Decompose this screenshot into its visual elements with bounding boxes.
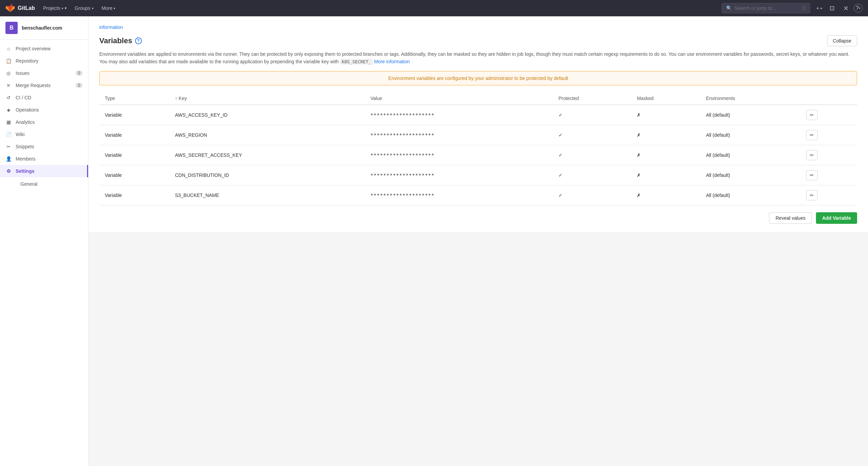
table-row: VariableCDN_DISTRIBUTION_ID*************… xyxy=(99,165,857,185)
cell-value: ******************** xyxy=(365,105,553,125)
col-header-protected: Protected xyxy=(553,92,632,105)
create-new-button[interactable]: ＋ ▾ xyxy=(813,3,824,14)
pencil-icon: ✏ xyxy=(810,172,814,178)
settings-sub-nav: General xyxy=(0,177,88,191)
main-content-area: information Variables ? Collapse Environ… xyxy=(88,16,868,466)
members-icon: 👤 xyxy=(5,156,12,162)
sidebar-item-settings-general[interactable]: General xyxy=(15,179,88,189)
sidebar-item-analytics[interactable]: ▦ Analytics xyxy=(0,116,88,128)
sidebar-item-repository[interactable]: 📋 Repository xyxy=(0,55,88,67)
cell-type: Variable xyxy=(99,125,169,145)
edit-variable-button[interactable]: ✏ xyxy=(806,110,818,120)
search-icon: 🔍 xyxy=(726,5,732,11)
more-information-top-link[interactable]: information xyxy=(99,24,857,30)
project-name: benschaufler.com xyxy=(22,25,62,31)
sidebar-item-operations[interactable]: ◈ Operations xyxy=(0,104,88,116)
more-information-link[interactable]: More information xyxy=(374,59,410,64)
sidebar-item-members[interactable]: 👤 Members xyxy=(0,153,88,165)
project-avatar: B xyxy=(5,22,18,34)
edit-variable-button[interactable]: ✏ xyxy=(806,170,818,180)
warning-banner: Environment variables are configured by … xyxy=(99,71,857,85)
variables-title: Variables ? xyxy=(99,36,142,45)
wiki-icon: 📄 xyxy=(5,132,12,137)
cell-protected: ✓ xyxy=(553,145,632,165)
cell-actions: ✏ xyxy=(801,125,857,145)
cell-actions: ✏ xyxy=(801,185,857,205)
table-row: VariableS3_BUCKET_NAME******************… xyxy=(99,185,857,205)
edit-variable-button[interactable]: ✏ xyxy=(806,130,818,140)
more-nav-link[interactable]: More ▾ xyxy=(99,4,118,12)
search-input[interactable] xyxy=(735,5,799,11)
sidebar-item-project-overview[interactable]: ⌂ Project overview xyxy=(0,43,88,55)
table-row: VariableAWS_SECRET_ACCESS_KEY***********… xyxy=(99,145,857,165)
search-slash-icon: / xyxy=(802,6,806,11)
gitlab-wordmark: GitLab xyxy=(18,5,35,11)
sidebar-item-issues[interactable]: ◎ Issues 0 xyxy=(0,67,88,79)
variables-table: Type ↑ Key Value Protected xyxy=(99,92,857,205)
gitlab-logo[interactable]: GitLab xyxy=(5,3,35,13)
home-icon: ⌂ xyxy=(5,46,12,51)
k8s-code: K8S_SECRET_ xyxy=(340,59,373,65)
search-bar[interactable]: 🔍 / xyxy=(722,3,810,13)
cell-key: S3_BUCKET_NAME xyxy=(169,185,365,205)
projects-chevron-icon: ▾ xyxy=(62,6,66,11)
col-header-type: Type xyxy=(99,92,169,105)
col-header-environments: Environments xyxy=(701,92,801,105)
todo-icon[interactable]: ⊡ xyxy=(827,3,837,14)
cell-key: CDN_DISTRIBUTION_ID xyxy=(169,165,365,185)
add-variable-button[interactable]: Add Variable xyxy=(816,212,857,224)
variables-header: Variables ? Collapse xyxy=(99,35,857,46)
sidebar-item-merge-requests[interactable]: ⤧ Merge Requests 0 xyxy=(0,79,88,91)
sidebar-item-snippets[interactable]: ✂ Snippets xyxy=(0,140,88,153)
merge-icon: ⤧ xyxy=(5,83,12,88)
cell-masked: ✗ xyxy=(631,125,700,145)
cell-masked: ✗ xyxy=(631,145,700,165)
projects-nav-link[interactable]: Projects ▾ xyxy=(40,4,69,12)
cell-value: ******************** xyxy=(365,125,553,145)
sidebar-item-wiki[interactable]: 📄 Wiki xyxy=(0,128,88,140)
col-header-masked: Masked xyxy=(631,92,700,105)
edit-variable-button[interactable]: ✏ xyxy=(806,190,818,200)
col-header-key[interactable]: ↑ Key xyxy=(169,92,365,105)
cell-value: ******************** xyxy=(365,185,553,205)
edit-variable-button[interactable]: ✏ xyxy=(806,150,818,160)
cell-type: Variable xyxy=(99,145,169,165)
variables-help-icon[interactable]: ? xyxy=(135,37,142,44)
pencil-icon: ✏ xyxy=(810,152,814,158)
pencil-icon: ✏ xyxy=(810,193,814,198)
cell-masked: ✗ xyxy=(631,185,700,205)
help-icon[interactable]: ? ▾ xyxy=(854,4,863,13)
issues-badge: 0 xyxy=(76,70,83,76)
cell-value: ******************** xyxy=(365,145,553,165)
project-header[interactable]: B benschaufler.com xyxy=(0,16,88,40)
book-icon: 📋 xyxy=(5,58,12,64)
cell-actions: ✏ xyxy=(801,165,857,185)
cicd-icon: ↺ xyxy=(5,95,12,100)
groups-nav-link[interactable]: Groups ▾ xyxy=(72,4,96,12)
cell-environments: All (default) xyxy=(701,165,801,185)
merge-request-icon[interactable]: ⤨ xyxy=(840,3,851,14)
cell-environments: All (default) xyxy=(701,145,801,165)
cell-masked: ✗ xyxy=(631,105,700,125)
cell-environments: All (default) xyxy=(701,185,801,205)
pencil-icon: ✏ xyxy=(810,132,814,138)
cell-key: AWS_REGION xyxy=(169,125,365,145)
cell-protected: ✓ xyxy=(553,185,632,205)
sidebar-item-settings[interactable]: ⚙ Settings xyxy=(0,165,88,177)
cell-actions: ✏ xyxy=(801,105,857,125)
cell-protected: ✓ xyxy=(553,105,632,125)
issues-icon: ◎ xyxy=(5,70,12,76)
cell-environments: All (default) xyxy=(701,105,801,125)
cell-type: Variable xyxy=(99,105,169,125)
cell-masked: ✗ xyxy=(631,165,700,185)
snippet-icon: ✂ xyxy=(5,144,12,149)
collapse-button[interactable]: Collapse xyxy=(827,35,857,46)
sidebar-item-ci-cd[interactable]: ↺ CI / CD xyxy=(0,91,88,104)
cell-actions: ✏ xyxy=(801,145,857,165)
more-chevron-icon: ▾ xyxy=(114,6,115,10)
cell-value: ******************** xyxy=(365,165,553,185)
cell-key: AWS_SECRET_ACCESS_KEY xyxy=(169,145,365,165)
chart-icon: ▦ xyxy=(5,119,12,125)
reveal-values-button[interactable]: Reveal values xyxy=(769,212,812,224)
cell-environments: All (default) xyxy=(701,125,801,145)
